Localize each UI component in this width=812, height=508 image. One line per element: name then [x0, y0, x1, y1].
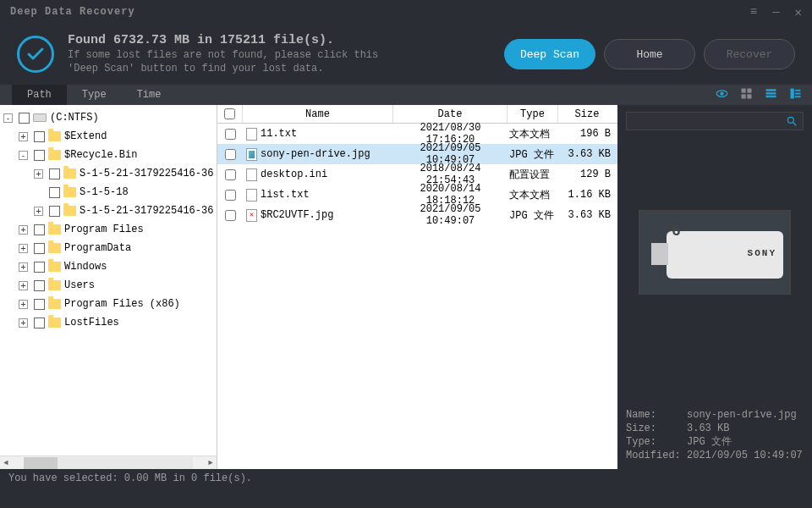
file-name: sony-pen-drive.jpg	[261, 148, 370, 160]
tree-item[interactable]: +S-1-5-21-3179225416-36	[3, 202, 217, 220]
detail-view-icon[interactable]	[789, 87, 802, 103]
tree-item[interactable]: +Users	[3, 276, 217, 295]
file-checkbox[interactable]	[225, 129, 236, 140]
scan-hint-2: 'Deep Scan' button to find your lost dat…	[68, 63, 504, 76]
tree-root[interactable]: -(C:NTFS)	[3, 108, 217, 127]
tree-checkbox[interactable]	[19, 113, 30, 124]
tree-checkbox[interactable]	[34, 318, 45, 329]
file-row[interactable]: desktop.ini2018/08/24 21:54:43配置设置129 B	[217, 164, 617, 185]
tree-checkbox[interactable]	[34, 299, 45, 310]
tree-checkbox[interactable]	[34, 262, 45, 273]
preview-thumbnail: 6 SONY	[639, 210, 791, 295]
tree-checkbox[interactable]	[34, 224, 45, 235]
tree-label: Program Files	[64, 220, 144, 239]
tree-item[interactable]: +ProgramData	[3, 239, 217, 257]
tree-checkbox[interactable]	[49, 206, 60, 217]
tree-label: ProgramData	[64, 239, 131, 257]
tree-checkbox[interactable]	[49, 168, 60, 179]
file-checkbox[interactable]	[225, 169, 236, 180]
col-type[interactable]: Type	[508, 105, 558, 123]
preview-toggle-icon[interactable]	[716, 87, 728, 103]
tab-time[interactable]: Time	[122, 85, 177, 105]
file-icon	[246, 209, 257, 222]
tree-item[interactable]: +Program Files	[3, 220, 217, 239]
grid-view-icon[interactable]	[740, 87, 753, 103]
detail-modified: 2021/09/05 10:49:07	[687, 449, 803, 462]
file-name: list.txt	[261, 189, 310, 201]
tree-checkbox[interactable]	[34, 150, 45, 161]
svg-rect-11	[796, 92, 801, 93]
tree-scrollbar[interactable]: ◄►	[0, 456, 217, 469]
home-button[interactable]: Home	[604, 39, 695, 69]
svg-rect-2	[742, 88, 745, 91]
svg-rect-5	[748, 94, 751, 97]
file-row[interactable]: list.txt2020/08/14 18:18:12文本文档1.16 KB	[217, 185, 617, 205]
file-size: 3.63 KB	[558, 209, 616, 221]
folder-icon	[48, 299, 61, 309]
deep-scan-button[interactable]: Deep Scan	[504, 39, 595, 69]
col-name[interactable]: Name	[243, 105, 393, 123]
file-list-header: Name Date Type Size	[217, 105, 617, 124]
tree-item[interactable]: +Program Files (x86)	[3, 295, 217, 313]
file-icon	[246, 189, 257, 202]
tree-label: S-1-5-21-3179225416-36	[80, 164, 213, 183]
file-row[interactable]: sony-pen-drive.jpg2021/09/05 10:49:07JPG…	[217, 144, 617, 164]
status-bar: You have selected: 0.00 MB in 0 file(s).	[0, 469, 812, 488]
svg-rect-6	[766, 89, 776, 91]
detail-size: 3.63 KB	[687, 422, 729, 435]
svg-line-14	[793, 123, 797, 126]
file-icon	[246, 128, 257, 141]
file-type: 文本文档	[508, 127, 558, 141]
file-details: Name:sony-pen-drive.jpg Size:3.63 KB Typ…	[626, 408, 804, 462]
close-icon[interactable]: ✕	[795, 5, 802, 19]
tree-item[interactable]: +LostFiles	[3, 313, 217, 332]
tree-checkbox[interactable]	[34, 131, 45, 142]
drive-icon	[33, 113, 47, 122]
recover-button[interactable]: Recover	[704, 39, 795, 69]
file-type: JPG 文件	[508, 208, 558, 223]
list-view-icon[interactable]	[765, 87, 777, 103]
header: Found 6732.73 MB in 175211 file(s). If s…	[0, 24, 812, 85]
col-date[interactable]: Date	[393, 105, 508, 123]
file-checkbox[interactable]	[225, 190, 236, 201]
folder-icon	[48, 150, 61, 160]
file-checkbox[interactable]	[225, 149, 236, 160]
tree-label: S-1-5-21-3179225416-36	[80, 202, 213, 220]
tree-label: S-1-5-18	[80, 183, 129, 202]
select-all-checkbox[interactable]	[224, 108, 235, 119]
tab-path[interactable]: Path	[12, 85, 67, 105]
tab-type[interactable]: Type	[67, 85, 122, 105]
tree-label: $Recycle.Bin	[64, 146, 137, 164]
folder-icon	[63, 206, 76, 216]
view-tabs: Path Type Time	[0, 85, 812, 105]
tree-checkbox[interactable]	[49, 187, 60, 198]
tree-item[interactable]: -$Recycle.Bin	[3, 146, 217, 164]
svg-rect-12	[796, 96, 801, 97]
col-size[interactable]: Size	[558, 105, 616, 123]
file-checkbox[interactable]	[225, 210, 236, 221]
svg-point-13	[787, 117, 793, 123]
tree-item[interactable]: +$Extend	[3, 127, 217, 146]
file-row[interactable]: 11.txt2021/08/30 17:16:20文本文档196 B	[217, 124, 617, 144]
folder-icon	[48, 243, 61, 253]
tree-item[interactable]: S-1-5-18	[3, 183, 217, 202]
scan-summary: Found 6732.73 MB in 175211 file(s).	[68, 33, 504, 47]
minimize-icon[interactable]: —	[772, 5, 779, 19]
file-row[interactable]: $RC2UVTF.jpg2021/09/05 10:49:07JPG 文件3.6…	[217, 205, 617, 225]
menu-icon[interactable]: ≡	[750, 5, 757, 19]
tree-label: LostFiles	[64, 313, 119, 332]
tree-label: (C:NTFS)	[50, 108, 99, 127]
file-name: $RC2UVTF.jpg	[261, 209, 333, 221]
file-size: 129 B	[558, 168, 616, 180]
file-size: 196 B	[558, 128, 616, 140]
tree-label: Windows	[64, 257, 107, 276]
tree-item[interactable]: +Windows	[3, 257, 217, 276]
search-input[interactable]	[626, 112, 804, 130]
folder-icon	[48, 224, 61, 235]
svg-rect-3	[748, 88, 751, 91]
tree-item[interactable]: +S-1-5-21-3179225416-36	[3, 164, 217, 183]
file-name: desktop.ini	[261, 168, 327, 180]
file-icon	[246, 148, 257, 161]
tree-checkbox[interactable]	[34, 280, 45, 291]
tree-checkbox[interactable]	[34, 243, 45, 254]
